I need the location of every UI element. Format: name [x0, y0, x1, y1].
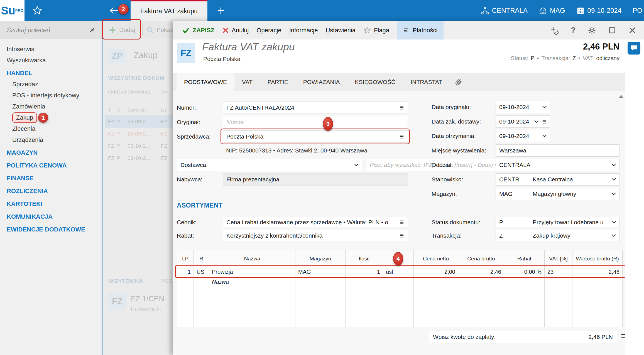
rabat-field[interactable]: Korzystniejszy z kontrahenta/cennika — [223, 230, 408, 241]
menu-icon[interactable] — [399, 220, 404, 225]
stanowisko-select[interactable]: CENTR Kasa Centralna — [496, 173, 619, 186]
help-icon[interactable]: ? — [571, 26, 576, 34]
app-logo[interactable]: SuPRO — [0, 0, 25, 21]
pin-icon[interactable] — [88, 26, 96, 34]
tab-ksiegowosc[interactable]: KSIĘGOWOŚĆ — [347, 73, 403, 91]
sidebar-item-zamowienia[interactable]: Zamówienia — [0, 101, 102, 112]
numer-field[interactable]: FZ Auto/CENTRALA/2024 — [223, 102, 408, 114]
tab-intrastat[interactable]: INTRASTAT — [403, 73, 450, 91]
sidebar-item-wyszukiwarka[interactable]: Wyszukiwarka — [0, 55, 102, 66]
date-context[interactable]: 09-10-2024 — [576, 6, 622, 15]
menu-icon[interactable] — [399, 233, 404, 238]
data-zak-dostawy-field[interactable]: 09-10-2024 — [496, 115, 550, 128]
warehouse-context[interactable]: MAG — [539, 6, 565, 15]
cancel-button[interactable]: Anuluj — [222, 27, 249, 34]
chevron-down-icon[interactable] — [612, 178, 616, 181]
sidebar-item-pos[interactable]: POS - interfejs dotykowy — [0, 90, 102, 101]
filter-oddzial[interactable]: Oddział (dowolny) — [108, 89, 150, 95]
status-dokumentu-select[interactable]: P Przyjęty towar i odebrane u — [496, 217, 619, 228]
item-row[interactable]: 1 US Prowizja MAG 1 usl 2,00 2,46 0,00 %… — [177, 267, 623, 277]
chevron-down-icon[interactable] — [612, 164, 616, 166]
document-row[interactable]: FZ P 03-10-2... FZ — [105, 140, 173, 152]
tab-vat[interactable]: VAT — [234, 73, 260, 91]
sidebar-item-rozliczenia[interactable]: ROZLICZENIA — [0, 186, 102, 197]
sidebar-item-komunikacja[interactable]: KOMUNIKACJA — [0, 211, 102, 222]
gear-icon[interactable] — [588, 26, 596, 34]
show-button[interactable]: Pokaż — [146, 21, 173, 39]
tab-partie[interactable]: PARTIE — [260, 73, 296, 91]
new-tab-plus-icon[interactable] — [217, 0, 225, 21]
sidebar-item-finanse[interactable]: FINANSE — [0, 173, 102, 184]
tab-pods[interactable]: PODS — [160, 278, 173, 284]
col-wartosc-brutto[interactable]: Wartość brutto (R) — [572, 250, 623, 267]
sidebar-item-ewidencje-dodatkowe[interactable]: EWIDENCJE DODATKOWE — [0, 224, 102, 235]
document-row[interactable]: FZ P 23-09-2... FZ — [105, 115, 173, 128]
maximize-icon[interactable] — [608, 26, 616, 34]
menu-operacje[interactable]: Operacje — [256, 27, 281, 34]
user-context[interactable]: PO — [633, 7, 642, 14]
command-search[interactable]: Szukaj poleceń — [0, 21, 102, 39]
pay-amount-field[interactable]: Wpisz kwotę do zapłaty: 2,46 PLN — [429, 331, 617, 343]
menu-icon[interactable] — [542, 120, 547, 124]
oddzial-select[interactable]: CENTRALA — [496, 159, 619, 171]
sidebar-item-zlecenia[interactable]: Zlecenia — [0, 123, 102, 134]
tab-podstawowe[interactable]: PODSTAWOWE — [177, 73, 234, 91]
mini-table-header[interactable]: T S Data otr... Nu — [105, 105, 173, 115]
data-oryginalu-field[interactable]: 09-10-2024 — [496, 101, 550, 113]
miejsce-wystawienia-field[interactable]: Warszawa — [496, 144, 619, 157]
sidebar-item-zakup[interactable]: Zakup 1 — [0, 112, 102, 123]
chevron-down-icon[interactable] — [542, 135, 547, 137]
menu-ustawienia[interactable]: Ustawienia — [325, 27, 356, 34]
sidebar-item-urzadzenia[interactable]: Urządzenia — [0, 134, 102, 146]
tab-powiazania[interactable]: POWIĄZANIA — [296, 73, 347, 91]
document-tab[interactable]: Faktura VAT zakupu — [131, 0, 207, 21]
col-cena-netto[interactable]: Cena netto — [414, 250, 458, 267]
close-icon[interactable] — [628, 26, 636, 34]
col-ilosc[interactable]: Ilość — [346, 250, 383, 267]
comments-icon[interactable] — [628, 42, 640, 55]
dostawca-selector[interactable]: Dostawca: — [177, 159, 362, 171]
scrollbar-up-arrow[interactable] — [619, 95, 624, 98]
add-button[interactable]: Dodaj — [109, 21, 135, 39]
menu-icon[interactable] — [399, 134, 404, 139]
sidebar-item-sprzedaz[interactable]: Sprzedaż — [0, 79, 102, 90]
transakcja-select[interactable]: Z Zakup krajowy — [496, 230, 619, 241]
flag-button[interactable]: Flaga — [363, 26, 389, 34]
menu-icon[interactable] — [399, 105, 404, 110]
col-r[interactable]: R — [194, 250, 209, 267]
col-cena-brutto[interactable]: Cena brutto — [458, 250, 504, 267]
sidebar-item-infoserwis[interactable]: Infoserwis — [0, 44, 102, 55]
col-lp[interactable]: LP — [177, 250, 194, 267]
col-rabat[interactable]: Rabat — [504, 250, 545, 267]
payments-button[interactable]: Płatności — [397, 21, 444, 40]
chevron-down-icon[interactable] — [612, 221, 616, 224]
menu-informacje[interactable]: Informacje — [289, 27, 318, 34]
sidebar-item-polityka-cenowa[interactable]: POLITYKA CENOWA — [0, 160, 102, 171]
chevron-down-icon[interactable] — [612, 193, 616, 195]
sidebar-item-magazyn[interactable]: MAGAZYN — [0, 147, 102, 158]
magazyn-select[interactable]: MAG Magazyn główny — [496, 188, 619, 200]
oryginal-field[interactable]: Numer — [223, 116, 408, 128]
col-vat[interactable]: VAT [%] — [545, 250, 572, 267]
sidebar-item-kartoteki[interactable]: KARTOTEKI — [0, 198, 102, 209]
cennik-field[interactable]: Cena i rabat deklarowane przez sprzedawc… — [223, 217, 408, 228]
favorites-star-icon[interactable] — [32, 0, 42, 21]
add-based-on-icon[interactable] — [550, 26, 559, 35]
document-row[interactable]: FZ P 03-10-2... FZ — [105, 152, 173, 164]
tab-wizytowka[interactable]: WIZYTÓWKA — [108, 278, 143, 284]
paperclip-icon[interactable] — [450, 73, 467, 91]
chevron-down-icon[interactable] — [542, 106, 547, 109]
view-selector[interactable]: WSZYSTKIE DOKUM — [108, 75, 164, 81]
company-context[interactable]: CENTRALA — [481, 6, 528, 15]
filter-data[interactable]: Da — [160, 89, 167, 95]
col-nazwa[interactable]: Nazwa — [209, 250, 295, 267]
save-button[interactable]: ZAPISZ — [182, 27, 214, 34]
sprzedawca-field[interactable]: Poczta Polska — [223, 130, 408, 143]
sidebar-item-handel[interactable]: HANDEL — [0, 68, 102, 79]
col-magazyn[interactable]: Magazyn — [295, 250, 346, 267]
chevron-down-icon[interactable] — [534, 120, 538, 123]
data-otrzymania-field[interactable]: 09-10-2024 — [496, 130, 550, 142]
chevron-down-icon[interactable] — [612, 234, 616, 237]
new-item-row[interactable]: Nazwa — [177, 277, 623, 287]
document-row[interactable]: FZ P 23-09-2... FZ — [105, 128, 173, 140]
